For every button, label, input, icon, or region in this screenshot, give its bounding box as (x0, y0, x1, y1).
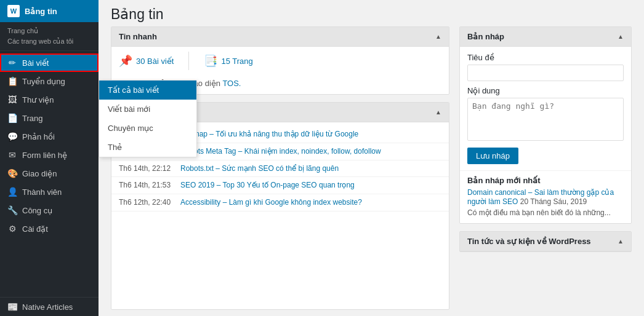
activity-row: Th6 14th, 21:53 SEO 2019 – Top 30 Yếu tố… (111, 177, 449, 194)
sidebar-header[interactable]: W Bảng tin (0, 0, 99, 22)
image-icon: 🖼 (7, 95, 17, 105)
quick-stats: 📌 30 Bài viết 📑 15 Trang (111, 47, 449, 75)
mail-icon: ✉ (7, 150, 17, 160)
main-body: Tin nhanh ▲ 📌 30 Bài viết 📑 15 Trang Bạ (99, 26, 644, 316)
dropdown-item-the[interactable]: Thẻ (99, 138, 196, 157)
main-header: Bảng tin (99, 0, 644, 26)
activity-link-1[interactable]: Robots Meta Tag – Khái niệm index, noind… (180, 146, 381, 157)
news-arrow[interactable]: ▲ (618, 238, 624, 245)
title-label: Tiêu đề (467, 53, 624, 62)
pages-icon: 📑 (204, 54, 217, 68)
draft-latest-excerpt: Có một điều mà bạn nên biết đó là những.… (467, 208, 624, 217)
sidebar-trang-chu[interactable]: Trang chủ (0, 22, 99, 38)
sidebar-item-tuyen-dung[interactable]: 📋 Tuyển dụng (0, 72, 99, 90)
content-field: Nội dung (467, 86, 624, 143)
draft-body: Tiêu đề Nội dung Lưu nháp (460, 47, 631, 170)
dropdown-item-tat-ca[interactable]: Tất cả bài viết (99, 81, 196, 100)
sidebar-item-form-lien-he[interactable]: ✉ Form liên hệ (0, 146, 99, 164)
sidebar-native-articles[interactable]: 📰 Native Articles (0, 297, 99, 316)
gear-icon: ⚙ (7, 224, 17, 234)
content-textarea[interactable] (467, 98, 624, 141)
sidebar-item-cai-dat[interactable]: ⚙ Cài đặt (0, 219, 99, 238)
right-column: Bản nháp ▲ Tiêu đề Nội dung Lưu nháp Bản (459, 26, 632, 310)
tin-nhanh-arrow[interactable]: ▲ (435, 33, 441, 40)
activity-time-3: Th6 14th, 21:53 (119, 180, 174, 191)
sidebar-item-phan-hoi[interactable]: 💬 Phản hồi (0, 127, 99, 146)
sidebar-item-trang[interactable]: 📄 Trang (0, 109, 99, 127)
page-icon: 📄 (7, 113, 17, 123)
comment-icon: 💬 (7, 132, 17, 141)
native-icon: 📰 (7, 302, 17, 312)
activity-row: Th6 12th, 22:40 Accessibility – Làm gì k… (111, 194, 449, 211)
tin-nhanh-header[interactable]: Tin nhanh ▲ (111, 27, 449, 47)
dropdown-item-viet-moi[interactable]: Viết bài mới (99, 100, 196, 119)
page-title: Bảng tin (111, 6, 632, 23)
title-input[interactable] (467, 65, 624, 81)
push-pin-icon: 📌 (119, 54, 132, 68)
user-icon: 👤 (7, 187, 17, 197)
activity-time-4: Th6 12th, 22:40 (119, 197, 174, 208)
bai-viet-dropdown: Tất cả bài viết Viết bài mới Chuyên mục … (99, 80, 197, 157)
sidebar-item-thu-vien[interactable]: 🖼 Thư viện (0, 90, 99, 109)
news-header[interactable]: Tin tức và sự kiện về WordPress ▲ (460, 232, 631, 251)
stat-bai-viet[interactable]: 📌 30 Bài viết (119, 54, 174, 68)
sidebar: W Bảng tin Trang chủ Các trang web của t… (0, 0, 99, 316)
activity-link-3[interactable]: SEO 2019 – Top 30 Yếu tố On-page SEO qua… (180, 180, 355, 191)
stat-trang[interactable]: 📑 15 Trang (204, 54, 252, 68)
wp-logo-icon: W (7, 5, 20, 17)
activity-link-4[interactable]: Accessibility – Làm gì khi Google không … (180, 197, 362, 208)
sidebar-item-giao-dien[interactable]: 🎨 Giao diện (0, 164, 99, 183)
draft-arrow[interactable]: ▲ (618, 33, 624, 40)
save-draft-button[interactable]: Lưu nháp (467, 148, 518, 164)
theme-link[interactable]: TOS. (222, 79, 241, 88)
clipboard-icon: 📋 (7, 76, 17, 86)
main-content: Bảng tin Tin nhanh ▲ 📌 30 Bài viết 📑 (99, 0, 644, 316)
activity-row: Th6 14th, 22:12 Robots.txt – Sức mạnh SE… (111, 160, 449, 178)
draft-latest-section: Bản nháp mới nhất Domain canonical – Sai… (460, 170, 631, 223)
left-column: Tin nhanh ▲ 📌 30 Bài viết 📑 15 Trang Bạ (111, 26, 449, 310)
sidebar-item-bai-viet[interactable]: ✏ Bài viết (0, 53, 99, 72)
draft-latest-label: Bản nháp mới nhất (467, 176, 624, 185)
activity-link-2[interactable]: Robots.txt – Sức mạnh SEO có thể bị lãng… (180, 164, 339, 174)
palette-icon: 🎨 (7, 168, 17, 178)
sidebar-item-thanh-vien[interactable]: 👤 Thành viên (0, 183, 99, 201)
activity-link-0[interactable]: Sitemap – Tối ưu khả năng thu thập dữ li… (180, 129, 358, 140)
sidebar-cac-trang[interactable]: Các trang web của tôi (0, 38, 99, 48)
news-widget: Tin tức và sự kiện về WordPress ▲ (459, 231, 632, 252)
pencil-icon: ✏ (7, 58, 17, 68)
draft-latest-date: 20 Tháng Sáu, 2019 (520, 197, 587, 206)
stat-divider (188, 52, 189, 70)
native-articles-item[interactable]: 📰 Native Articles (0, 298, 99, 316)
sidebar-header-title: Bảng tin (25, 7, 57, 16)
wrench-icon: 🔧 (7, 205, 17, 215)
content-label: Nội dung (467, 86, 624, 95)
activity-time-2: Th6 14th, 22:12 (119, 164, 174, 174)
sidebar-item-cong-cu[interactable]: 🔧 Công cụ (0, 201, 99, 219)
draft-widget: Bản nháp ▲ Tiêu đề Nội dung Lưu nháp Bản (459, 26, 632, 224)
title-field: Tiêu đề (467, 53, 624, 86)
activity-arrow[interactable]: ▲ (435, 109, 441, 116)
draft-header[interactable]: Bản nháp ▲ (460, 27, 631, 47)
dropdown-item-chuyen-muc[interactable]: Chuyên mục (99, 119, 196, 138)
